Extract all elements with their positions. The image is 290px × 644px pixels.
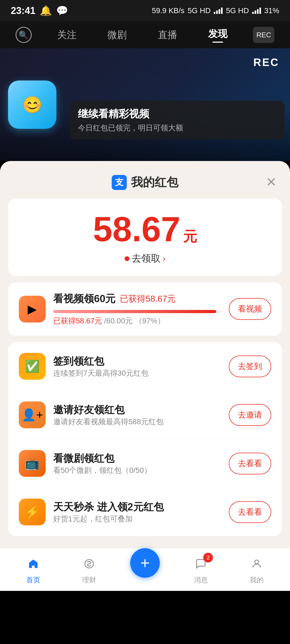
sheet-title-text: 我的红包 (131, 174, 178, 190)
drama-task-button[interactable]: 去看看 (229, 453, 271, 474)
banner-title: 继续看精彩视频 (78, 107, 277, 121)
task-list-item-invite: 👤+ 邀请好友领红包 邀请好友看视频最高得588元红包 去邀请 (19, 391, 271, 439)
signal-bars-2 (252, 8, 261, 14)
video-task-earned: 已获得58.67元 (120, 293, 176, 305)
amount-unit: 元 (183, 227, 197, 246)
network-speed: 59.9 KB/s (152, 6, 184, 15)
flash-task-title: 天天秒杀 进入领2元红包 (53, 500, 221, 514)
claim-link[interactable]: 去领取 › (125, 252, 166, 265)
invite-task-icon: 👤+ (19, 401, 46, 428)
drama-task-desc: 看50个微剧，领红包（0/50） (53, 465, 221, 475)
time-display: 23:41 (11, 5, 35, 16)
flash-task-desc: 好货1元起，红包可叠加 (53, 514, 221, 524)
flash-task-info: 天天秒杀 进入领2元红包 好货1元起，红包可叠加 (53, 500, 221, 524)
bottom-sheet: 支 我的红包 ✕ 58.67 元 去领取 › ▶ 看视频领60元 已获得58.6… (0, 161, 290, 548)
video-task-desc: 已获得58.67元 /60.00元 （97%） (53, 316, 221, 326)
nav-item-live[interactable]: 直播 (153, 26, 183, 44)
checkin-task-info: 签到领红包 连续签到7天最高得30元红包 (53, 354, 221, 378)
amount-card: 58.67 元 去领取 › (8, 198, 282, 276)
task-list-item-drama: 📺 看微剧领红包 看50个微剧，领红包（0/50） 去看看 (19, 439, 271, 488)
alipay-icon: 支 (112, 175, 127, 190)
video-task-info: 看视频领60元 已获得58.67元 已获得58.67元 /60.00元 （97%… (53, 292, 221, 326)
svg-point-1 (255, 560, 259, 564)
tab-profile[interactable]: 我的 (241, 554, 273, 585)
alipay-symbol: 支 (115, 177, 124, 188)
tab-finance[interactable]: 理财 (73, 554, 105, 585)
network-type-2: 5G HD (226, 6, 249, 15)
nav-item-discover[interactable]: 发现 (203, 25, 233, 45)
invite-task-desc: 邀请好友看视频最高得588元红包 (53, 417, 221, 427)
home-icon (24, 554, 43, 573)
rec-badge: REC (253, 56, 279, 68)
flash-task-button[interactable]: 去看看 (229, 501, 271, 523)
drama-task-title: 看微剧领红包 (53, 452, 221, 465)
finance-label: 理财 (82, 575, 96, 585)
claim-label: 去领取 (132, 252, 161, 265)
video-task-progress-bar (53, 310, 221, 313)
nav-item-follow[interactable]: 关注 (52, 26, 82, 44)
tab-messages[interactable]: 2 消息 (185, 554, 217, 585)
invite-task-button[interactable]: 去邀请 (229, 404, 271, 426)
finance-icon (80, 554, 99, 573)
chat-bubble-icon: 💬 (56, 5, 68, 16)
task-list-card: ✅ 签到领红包 连续签到7天最高得30元红包 去签到 👤+ 邀请好友领红包 邀请… (8, 342, 282, 536)
top-navigation: 🔍 关注 微剧 直播 发现 REC (0, 21, 290, 48)
video-task-icon: ▶ (19, 296, 46, 323)
task-list-item-flash: ⚡ 天天秒杀 进入领2元红包 好货1元起，红包可叠加 去看看 (19, 488, 271, 536)
status-bar: 23:41 🔔 💬 59.9 KB/s 5G HD 5G HD 31% (0, 0, 290, 21)
checkin-task-desc: 连续签到7天最高得30元红包 (53, 368, 221, 378)
video-task-card: ▶ 看视频领60元 已获得58.67元 已获得58.67元 /60.00元 （9… (8, 282, 282, 336)
search-button[interactable]: 🔍 (16, 27, 32, 43)
sheet-title: 支 我的红包 (112, 174, 178, 190)
tab-home[interactable]: 首页 (17, 554, 49, 585)
invite-task-info: 邀请好友领红包 邀请好友看视频最高得588元红包 (53, 403, 221, 427)
tab-add[interactable]: + (129, 548, 161, 583)
banner-subtitle: 今日红包已领完，明日可领大额 (78, 123, 277, 133)
video-area[interactable]: REC ✦ 😊 继续看精彩视频 今日红包已领完，明日可领大额 (0, 48, 290, 161)
scan-button[interactable]: REC (253, 27, 274, 43)
flash-task-icon: ⚡ (19, 499, 46, 525)
tab-bar: 首页 理财 + 2 消息 我的 (0, 548, 290, 591)
video-task-button[interactable]: 看视频 (229, 298, 271, 320)
message-label: 消息 (194, 575, 208, 585)
notification-icon: 🔔 (40, 5, 52, 16)
nav-item-drama[interactable]: 微剧 (102, 26, 132, 44)
chevron-right-icon: › (163, 254, 166, 264)
checkin-task-title: 签到领红包 (53, 354, 221, 368)
video-task-progress-fill (53, 310, 216, 313)
drama-task-info: 看微剧领红包 看50个微剧，领红包（0/50） (53, 452, 221, 475)
claim-dot (125, 256, 129, 261)
sheet-header: 支 我的红包 ✕ (0, 161, 290, 198)
mascot-body: 😊 (8, 80, 56, 129)
network-type-1: 5G HD (188, 6, 211, 15)
video-task-title: 看视频领60元 已获得58.67元 (53, 292, 221, 306)
profile-label: 我的 (250, 575, 264, 585)
video-task-row: ▶ 看视频领60元 已获得58.67元 已获得58.67元 /60.00元 （9… (19, 292, 271, 326)
task-list-item-checkin: ✅ 签到领红包 连续签到7天最高得30元红包 去签到 (19, 342, 271, 391)
invite-task-title: 邀请好友领红包 (53, 403, 221, 417)
banner-popup[interactable]: 继续看精彩视频 今日红包已领完，明日可领大额 (70, 101, 285, 140)
drama-task-icon: 📺 (19, 450, 46, 477)
message-icon: 2 (191, 554, 210, 573)
add-button[interactable]: + (130, 548, 160, 578)
checkin-task-button[interactable]: 去签到 (229, 356, 271, 377)
message-badge: 2 (203, 553, 213, 562)
close-button[interactable]: ✕ (266, 174, 277, 189)
amount-number: 58.67 (93, 212, 180, 247)
mascot-character: ✦ 😊 (8, 80, 67, 145)
battery-level: 31% (264, 6, 279, 15)
checkin-task-icon: ✅ (19, 353, 46, 380)
mascot-face: 😊 (22, 95, 42, 114)
amount-display: 58.67 元 (19, 212, 271, 247)
profile-icon (247, 554, 266, 573)
home-label: 首页 (26, 575, 40, 585)
signal-bars-1 (214, 8, 223, 14)
